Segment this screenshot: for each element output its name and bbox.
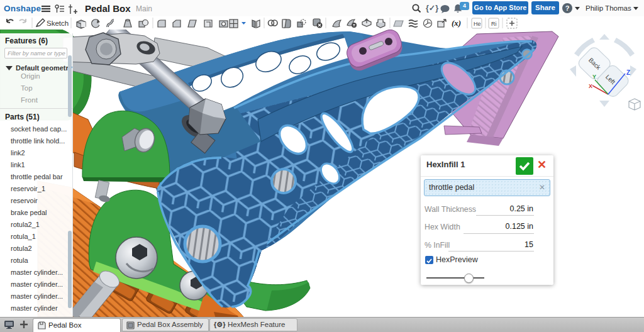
svg-text:Ri: Ri	[491, 21, 497, 27]
svg-text:He: He	[474, 21, 481, 27]
svg-text:X: X	[589, 83, 592, 89]
svg-text:Z: Z	[626, 69, 630, 76]
svg-text:(x): (x)	[452, 18, 461, 28]
svg-text:Sketch: Sketch	[47, 19, 69, 27]
svg-text:Y: Y	[592, 74, 596, 80]
